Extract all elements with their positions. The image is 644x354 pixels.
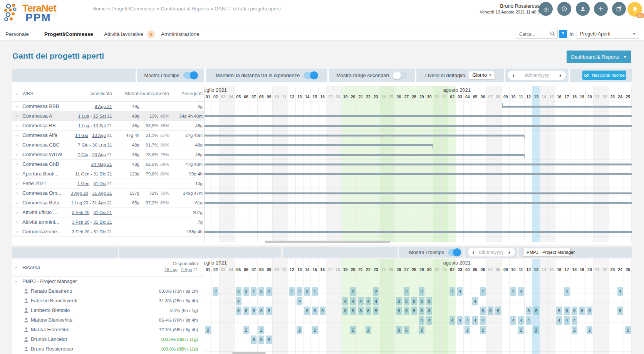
allocation-cell[interactable]: 8	[426, 297, 432, 305]
wbs-row[interactable]: ›Commessa CBC7 Giu - 30 Lug 2148g91,7%90…	[12, 140, 204, 150]
allocation-cell[interactable]: 2	[480, 287, 486, 296]
chevron-right-icon[interactable]: ›	[16, 209, 18, 215]
allocation-cell[interactable]: 4	[526, 316, 532, 325]
allocation-cell[interactable]: 4	[366, 297, 371, 305]
allocation-cell[interactable]: 2	[213, 287, 218, 296]
allocation-cell[interactable]: 1	[289, 287, 295, 296]
chevron-right-icon[interactable]: ›	[508, 249, 510, 255]
allocation-cell[interactable]: 8	[236, 307, 242, 315]
date-placeholder[interactable]: dd/mm/yyyy	[479, 249, 503, 255]
resource-group-select[interactable]: PMPJ - Project Manager ▼	[523, 248, 571, 257]
chevron-right-icon[interactable]: ›	[16, 91, 18, 96]
allocation-cell[interactable]: 8	[419, 307, 424, 315]
chevron-right-icon[interactable]: ›	[16, 171, 18, 177]
allocation-cell[interactable]: 8	[564, 307, 570, 315]
chevron-left-icon[interactable]: ‹	[473, 249, 475, 255]
allocation-cell[interactable]: 8	[304, 307, 310, 315]
allocation-cell[interactable]: 2	[350, 287, 356, 296]
allocation-cell[interactable]: 3	[258, 287, 264, 296]
wbs-row[interactable]: ›Attività ufficio ...3 Feb 20 - 31 Dic 2…	[12, 208, 204, 217]
wbs-row[interactable]: ›Commessa BB1 Lug - 10 Set 2148g33,9%38%…	[12, 121, 204, 131]
allocation-cell[interactable]: 8	[396, 307, 402, 315]
wbs-row[interactable]: ›Comunicazione...3 Feb 20 - 31 Dic 21188…	[12, 227, 204, 237]
allocation-cell[interactable]: 4	[449, 316, 455, 325]
allocation-cell[interactable]: 2	[266, 287, 272, 296]
gantt-horizontal-scrollbar[interactable]	[265, 241, 390, 243]
resource-row[interactable]: Brunos Lancelot100.0% (88h / 11g)	[12, 335, 204, 344]
allocation-cell[interactable]: 8	[258, 335, 264, 344]
allocation-cell[interactable]: 4	[518, 316, 524, 325]
allocation-cell[interactable]: 8	[251, 307, 257, 315]
gantt-bar[interactable]	[204, 192, 632, 194]
allocation-cell[interactable]: 2	[312, 326, 318, 334]
allocation-cell[interactable]: 4	[556, 316, 562, 325]
allocation-cell[interactable]: 1	[251, 287, 257, 296]
nav-item-amministrazione[interactable]: Amministrazione	[161, 27, 200, 41]
chevron-right-icon[interactable]: ›	[559, 72, 561, 78]
allocation-cell[interactable]: 2	[480, 326, 486, 334]
external-link-icon[interactable]	[612, 2, 626, 16]
allocation-cell[interactable]: 8	[320, 307, 325, 315]
search-help-button[interactable]: ?	[559, 30, 567, 38]
date-placeholder[interactable]: dd/mm/yyyy	[525, 72, 549, 78]
wbs-row[interactable]: ›Commessa BBB9 Ago 2148g0g	[12, 102, 204, 111]
allocation-cell[interactable]: 8	[373, 307, 379, 315]
allocation-cell[interactable]: 8	[579, 307, 585, 315]
gantt-bar[interactable]	[204, 115, 632, 117]
allocation-cell[interactable]: 2	[373, 287, 379, 296]
allocation-cell[interactable]: 2	[205, 326, 211, 334]
allocation-cell[interactable]: 8	[480, 307, 486, 315]
resource-row[interactable]: Bruno Rossierosso100.0% (88h / 11g)	[12, 344, 204, 354]
wbs-row[interactable]: ›Attività ammini...3 Feb 20 - 31 Dic 217…	[12, 217, 204, 227]
gantt-bar[interactable]	[204, 154, 525, 156]
chevron-down-icon[interactable]: ›	[13, 266, 19, 268]
resource-row[interactable]: Fabirzio Bianchiverdi31.8% (28h / 3g 4h)	[12, 296, 204, 306]
wbs-row[interactable]: ›Commessa Om...3 Ago 20 - 31 Ago 21157g7…	[12, 189, 204, 198]
gantt-bar[interactable]	[502, 106, 632, 108]
resource-group-row[interactable]: › PMPJ - Project Manager	[12, 277, 204, 287]
resource-row[interactable]: Renato Balestreno83.0% (73h / 9g 1h)	[12, 287, 204, 296]
resource-row[interactable]: Marisa Fiorentino77.3% (68h / 8g 4h)	[12, 325, 204, 335]
chevron-right-icon[interactable]: ›	[16, 200, 18, 206]
allocation-cell[interactable]: 2	[404, 287, 409, 296]
allocation-cell[interactable]: 2	[572, 326, 577, 334]
allocation-cell[interactable]: 8	[587, 307, 592, 315]
chevron-right-icon[interactable]: ›	[16, 142, 18, 148]
chevron-right-icon[interactable]: ›	[16, 113, 18, 119]
allocation-cell[interactable]: 4	[480, 316, 486, 325]
wbs-row[interactable]: ›Ferie 20211 Gen - 31 Dic 2110g	[12, 179, 204, 189]
allocation-cell[interactable]: 2	[366, 326, 371, 334]
resources-tooltips-toggle[interactable]	[448, 249, 460, 256]
allocation-cell[interactable]: 7	[449, 287, 455, 296]
wbs-row[interactable]: ›Apertura Bouti...11 Gen - 31 Dic 21120g…	[12, 169, 204, 179]
allocation-cell[interactable]: 4	[358, 297, 364, 305]
allocation-cell[interactable]: 4	[465, 316, 470, 325]
chevron-right-icon[interactable]: ›	[16, 132, 18, 138]
nav-item-progetti-commesse[interactable]: Progetti/Commesse	[44, 27, 93, 41]
allocation-cell[interactable]: 8	[342, 307, 348, 315]
allocation-cell[interactable]: 8	[572, 307, 577, 315]
allocation-cell[interactable]: 8	[251, 335, 257, 344]
allocation-cell[interactable]: 8	[411, 307, 417, 315]
tooltips-toggle[interactable]	[183, 72, 197, 79]
search-scope-select[interactable]: Progetti Aperti ▼	[577, 30, 639, 39]
allocation-cell[interactable]: 1	[312, 287, 318, 296]
allocation-cell[interactable]: 4	[617, 287, 623, 296]
allocation-cell[interactable]: 8	[488, 307, 493, 315]
allocation-cell[interactable]: 8	[495, 307, 501, 315]
allocation-cell[interactable]: 8	[366, 307, 371, 315]
search-icon[interactable]	[550, 31, 555, 36]
allocation-cell[interactable]: 2	[510, 287, 516, 296]
chevron-left-icon[interactable]: ‹	[513, 72, 515, 78]
chevron-right-icon[interactable]: ›	[16, 161, 18, 167]
allocation-cell[interactable]: 8	[266, 335, 272, 344]
wbs-row[interactable]: ›Commessa Beta1 Lug 20 - 31 Ago 2165g97,…	[12, 198, 204, 208]
allocation-cell[interactable]: 4	[564, 316, 570, 325]
user-icon[interactable]	[576, 2, 590, 16]
allocation-cell[interactable]: 8	[426, 307, 432, 315]
allocation-cell[interactable]: 4	[472, 297, 478, 305]
allocation-cell[interactable]: 8	[419, 297, 424, 305]
allocation-cell[interactable]: 3	[236, 287, 242, 296]
chevron-right-icon[interactable]: ›	[16, 219, 18, 225]
resources-horizontal-scrollbar[interactable]	[232, 352, 266, 354]
